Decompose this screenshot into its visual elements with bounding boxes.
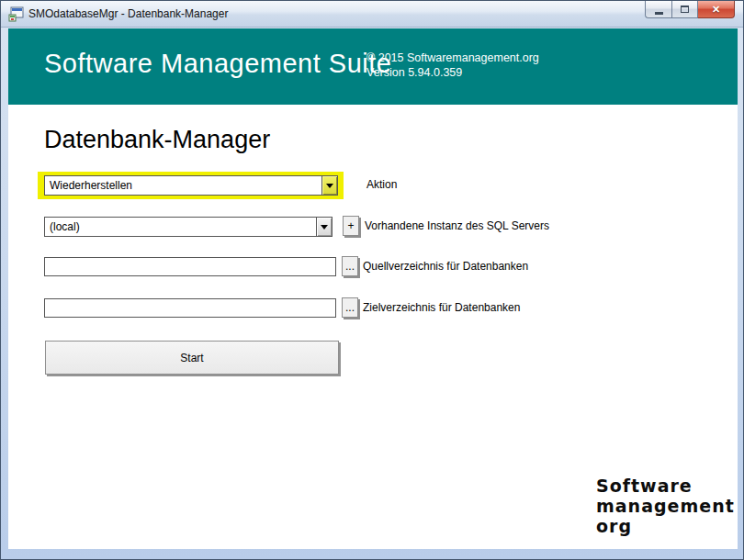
action-dropdown-button[interactable] <box>321 176 337 195</box>
instance-dropdown-button[interactable] <box>316 218 332 236</box>
instance-label: Vorhandene Instanz des SQL Servers <box>365 219 549 232</box>
target-directory-input[interactable] <box>44 298 336 318</box>
copyright-text: © 2015 Softwaremanagement.org <box>366 50 539 65</box>
page-title: Datenbank-Manager <box>44 126 270 154</box>
start-button[interactable]: Start <box>45 341 339 375</box>
minimize-button[interactable] <box>645 1 671 18</box>
close-button[interactable]: ✕ <box>698 1 735 18</box>
softwaremanagement-logo: Software management org <box>596 476 735 536</box>
header-meta: © 2015 Softwaremanagement.org Version 5.… <box>366 50 539 80</box>
version-text: Version 5.94.0.359 <box>366 65 539 80</box>
minimize-icon <box>655 12 663 15</box>
logo-line-1: Software <box>596 476 735 496</box>
suite-header: Software Management Suite © 2015 Softwar… <box>8 28 738 105</box>
window-title: SMOdatabaseMgr - Datenbank-Manager <box>28 7 228 20</box>
browse-target-button[interactable]: ... <box>342 297 358 318</box>
instance-combobox-value: (local) <box>50 220 80 233</box>
chevron-down-icon <box>321 225 328 233</box>
title-bar[interactable]: SMOdatabaseMgr - Datenbank-Manager ✕ <box>1 1 743 28</box>
action-combobox[interactable]: Wiederherstellen <box>44 175 338 196</box>
source-directory-label: Quellverzeichnis für Datenbanken <box>363 260 528 273</box>
target-directory-label: Zielverzeichnis für Datenbanken <box>363 301 520 314</box>
maximize-icon <box>681 6 689 13</box>
logo-line-2: management <box>596 496 735 516</box>
suite-title: Software Management Suite <box>44 49 391 79</box>
source-directory-input[interactable] <box>44 257 336 276</box>
chevron-down-icon <box>326 184 333 192</box>
app-window: SMOdatabaseMgr - Datenbank-Manager ✕ Sof… <box>0 0 744 560</box>
app-icon <box>8 6 24 22</box>
action-combobox-value: Wiederherstellen <box>50 179 132 192</box>
instance-combobox[interactable]: (local) <box>44 217 333 237</box>
logo-line-3: org <box>596 516 735 536</box>
add-instance-button[interactable]: + <box>343 216 359 236</box>
maximize-button[interactable] <box>671 1 698 18</box>
window-controls: ✕ <box>645 1 735 18</box>
action-label: Aktion <box>366 178 397 191</box>
client-area <box>8 28 738 549</box>
close-icon: ✕ <box>712 4 720 16</box>
browse-source-button[interactable]: ... <box>342 256 358 276</box>
